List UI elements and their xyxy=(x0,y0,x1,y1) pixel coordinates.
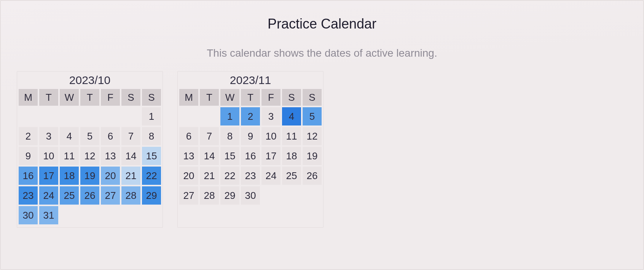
practice-calendar-panel: Practice Calendar This calendar shows th… xyxy=(0,0,644,270)
calendar-day-cell[interactable]: 11 xyxy=(60,147,79,165)
calendar-day-cell[interactable]: 11 xyxy=(282,127,301,145)
calendar-day-cell[interactable]: 8 xyxy=(142,127,161,145)
calendar-day-cell[interactable]: 1 xyxy=(220,107,239,125)
calendar-day-cell[interactable]: 17 xyxy=(261,147,281,165)
calendar-day-cell[interactable]: 9 xyxy=(19,147,38,165)
calendar-blank-cell xyxy=(200,107,219,125)
calendar-day-cell[interactable]: 28 xyxy=(121,186,140,205)
header-section: Practice Calendar This calendar shows th… xyxy=(1,16,643,59)
calendar-blank-cell xyxy=(39,107,58,125)
day-header: T xyxy=(80,89,99,106)
calendar-blank-cell xyxy=(179,107,198,125)
calendar-day-cell[interactable]: 7 xyxy=(200,127,219,145)
calendar-day-cell[interactable]: 13 xyxy=(101,147,120,165)
day-header: S xyxy=(282,89,301,106)
calendar-day-cell[interactable]: 20 xyxy=(179,167,198,185)
page-title: Practice Calendar xyxy=(1,16,643,32)
calendar-day-cell[interactable]: 10 xyxy=(261,127,281,145)
day-header: F xyxy=(101,89,120,106)
calendar-day-cell[interactable]: 13 xyxy=(179,147,198,165)
day-header: S xyxy=(303,89,322,106)
calendar-blank-cell xyxy=(19,107,38,125)
calendar-day-cell[interactable]: 3 xyxy=(39,127,58,145)
calendar-day-cell[interactable]: 22 xyxy=(220,167,239,185)
calendar-day-cell[interactable]: 21 xyxy=(200,167,219,185)
calendar-month: 2023/11MTWTFSS12345678910111213141516171… xyxy=(177,71,324,228)
calendar-day-cell[interactable]: 24 xyxy=(261,167,281,185)
calendar-day-cell[interactable]: 26 xyxy=(80,186,99,205)
calendar-day-cell[interactable]: 18 xyxy=(282,147,301,165)
calendar-day-cell[interactable]: 29 xyxy=(220,186,239,205)
calendar-day-cell[interactable]: 4 xyxy=(282,107,301,125)
calendar-day-cell[interactable]: 19 xyxy=(80,167,99,185)
day-header: M xyxy=(19,89,38,106)
calendar-day-cell[interactable]: 30 xyxy=(241,186,260,205)
calendar-grid: MTWTFSS123456789101112131415161718192021… xyxy=(179,89,322,205)
calendar-day-cell[interactable]: 9 xyxy=(241,127,260,145)
day-header: S xyxy=(142,89,161,106)
calendar-grid: MTWTFSS123456789101112131415161718192021… xyxy=(19,89,161,224)
calendar-day-cell[interactable]: 4 xyxy=(60,127,79,145)
calendar-day-cell[interactable]: 5 xyxy=(303,107,322,125)
calendar-day-cell[interactable]: 18 xyxy=(60,167,79,185)
calendar-day-cell[interactable]: 12 xyxy=(303,127,322,145)
day-header: T xyxy=(200,89,219,106)
calendar-day-cell[interactable]: 30 xyxy=(19,206,38,224)
calendar-day-cell[interactable]: 25 xyxy=(282,167,301,185)
day-header: F xyxy=(261,89,281,106)
calendar-day-cell[interactable]: 20 xyxy=(101,167,120,185)
day-header: W xyxy=(60,89,79,106)
calendar-day-cell[interactable]: 5 xyxy=(80,127,99,145)
calendar-blank-cell xyxy=(80,107,99,125)
calendars-row: 2023/10MTWTFSS12345678910111213141516171… xyxy=(17,71,324,228)
day-header: T xyxy=(241,89,260,106)
calendar-blank-cell xyxy=(60,107,79,125)
calendar-day-cell[interactable]: 26 xyxy=(303,167,322,185)
day-header: T xyxy=(39,89,58,106)
page-subtitle: This calendar shows the dates of active … xyxy=(1,47,643,59)
calendar-day-cell[interactable]: 17 xyxy=(39,167,58,185)
calendar-day-cell[interactable]: 22 xyxy=(142,167,161,185)
calendar-day-cell[interactable]: 21 xyxy=(121,167,140,185)
calendar-month: 2023/10MTWTFSS12345678910111213141516171… xyxy=(17,71,163,228)
calendar-day-cell[interactable]: 31 xyxy=(39,206,58,224)
calendar-day-cell[interactable]: 28 xyxy=(200,186,219,205)
calendar-day-cell[interactable]: 16 xyxy=(19,167,38,185)
calendar-day-cell[interactable]: 1 xyxy=(142,107,161,125)
calendar-blank-cell xyxy=(101,107,120,125)
calendar-day-cell[interactable]: 2 xyxy=(19,127,38,145)
calendar-day-cell[interactable]: 14 xyxy=(200,147,219,165)
calendar-day-cell[interactable]: 29 xyxy=(142,186,161,205)
calendar-day-cell[interactable]: 7 xyxy=(121,127,140,145)
day-header: M xyxy=(179,89,198,106)
calendar-day-cell[interactable]: 6 xyxy=(179,127,198,145)
calendar-month-label: 2023/10 xyxy=(19,73,161,89)
calendar-day-cell[interactable]: 8 xyxy=(220,127,239,145)
calendar-day-cell[interactable]: 6 xyxy=(101,127,120,145)
calendar-day-cell[interactable]: 27 xyxy=(179,186,198,205)
calendar-day-cell[interactable]: 3 xyxy=(261,107,281,125)
calendar-day-cell[interactable]: 23 xyxy=(19,186,38,205)
calendar-blank-cell xyxy=(121,107,140,125)
day-header: S xyxy=(121,89,140,106)
calendar-month-label: 2023/11 xyxy=(179,73,322,89)
calendar-day-cell[interactable]: 19 xyxy=(303,147,322,165)
calendar-day-cell[interactable]: 10 xyxy=(39,147,58,165)
calendar-day-cell[interactable]: 15 xyxy=(220,147,239,165)
day-header: W xyxy=(220,89,239,106)
calendar-day-cell[interactable]: 24 xyxy=(39,186,58,205)
calendar-day-cell[interactable]: 15 xyxy=(142,147,161,165)
calendar-day-cell[interactable]: 12 xyxy=(80,147,99,165)
calendar-day-cell[interactable]: 16 xyxy=(241,147,260,165)
calendar-day-cell[interactable]: 2 xyxy=(241,107,260,125)
calendar-day-cell[interactable]: 23 xyxy=(241,167,260,185)
calendar-day-cell[interactable]: 14 xyxy=(121,147,140,165)
calendar-day-cell[interactable]: 27 xyxy=(101,186,120,205)
calendar-day-cell[interactable]: 25 xyxy=(60,186,79,205)
